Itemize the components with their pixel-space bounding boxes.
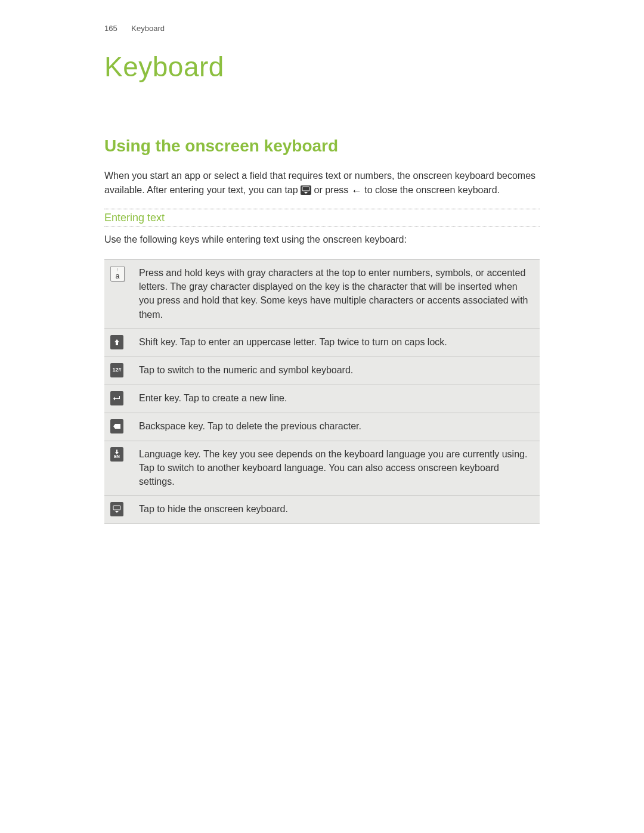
section-title: Using the onscreen keyboard <box>104 137 540 156</box>
svg-rect-1 <box>113 506 120 510</box>
table-row: !a Press and hold keys with gray charact… <box>104 260 540 329</box>
enter-key-icon <box>110 391 123 405</box>
running-title: Keyboard <box>131 24 165 33</box>
shift-key-icon <box>110 335 123 349</box>
table-row: Backspace key. Tap to delete the previou… <box>104 413 540 441</box>
table-row: Enter key. Tap to create a new line. <box>104 385 540 413</box>
lead-text: Use the following keys while entering te… <box>104 234 540 245</box>
document-page: 165 Keyboard Keyboard Using the onscreen… <box>0 0 644 560</box>
intro-text-3: to close the onscreen keyboard. <box>362 185 500 195</box>
key-description: Backspace key. Tap to delete the previou… <box>133 413 540 441</box>
character-key-icon: !a <box>110 266 125 281</box>
intro-paragraph: When you start an app or select a field … <box>104 169 540 199</box>
key-description: Shift key. Tap to enter an uppercase let… <box>133 329 540 357</box>
table-row: Tap to hide the onscreen keyboard. <box>104 496 540 524</box>
divider <box>104 227 540 227</box>
page-header: 165 Keyboard <box>104 24 540 33</box>
hide-keyboard-icon <box>301 185 311 195</box>
subsection-title: Entering text <box>104 212 540 225</box>
table-row: Shift key. Tap to enter an uppercase let… <box>104 329 540 357</box>
key-description: Tap to switch to the numeric and symbol … <box>133 357 540 385</box>
key-description: Enter key. Tap to create a new line. <box>133 385 540 413</box>
page-number: 165 <box>104 24 117 33</box>
backspace-key-icon <box>110 419 123 433</box>
table-row: 12# Tap to switch to the numeric and sym… <box>104 357 540 385</box>
intro-text-2: or press <box>311 185 351 195</box>
language-key-icon: EN <box>110 447 123 462</box>
key-description: Tap to hide the onscreen keyboard. <box>133 496 540 524</box>
svg-rect-0 <box>302 187 309 191</box>
divider <box>104 209 540 209</box>
table-row: EN Language key. The key you see depends… <box>104 441 540 496</box>
key-description: Language key. The key you see depends on… <box>133 441 540 496</box>
numeric-key-icon: 12# <box>110 363 123 377</box>
back-arrow-icon: ← <box>351 183 362 199</box>
key-description: Press and hold keys with gray characters… <box>133 260 540 329</box>
hide-keyboard-key-icon <box>110 502 123 516</box>
chapter-title: Keyboard <box>104 51 540 83</box>
keys-table: !a Press and hold keys with gray charact… <box>104 259 540 524</box>
